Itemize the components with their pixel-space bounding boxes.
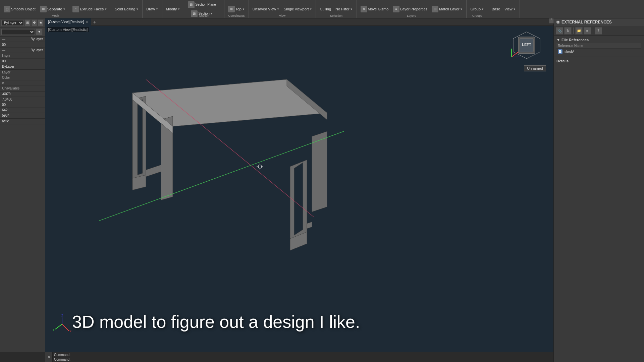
toolbar-group-coordinates: ⊕ Top ▼ Coordinates [224, 0, 249, 18]
external-refs-icon: ⧉ [556, 20, 559, 24]
rp-sep1 [573, 27, 574, 34]
smooth-icon: ◻ [4, 6, 10, 12]
draw-button[interactable]: Draw ▼ [145, 6, 160, 12]
toolbar-group-modify: Modify ▼ [162, 0, 184, 18]
file-refs-collapse-icon: ▼ [556, 38, 560, 42]
top-icon: ⊕ [228, 6, 235, 12]
tab-custom-view[interactable]: [Custom View][Realistic] ✕ [45, 18, 91, 26]
prop-section-bylayer1: — ByLayer [0, 37, 45, 42]
lp-icon-btn-2[interactable]: ✥ [32, 19, 37, 26]
solid-editing-button[interactable]: Solid Editing ▼ [113, 6, 140, 12]
prop-e-label: e [2, 81, 4, 85]
rp-refresh-button[interactable]: ↻ [564, 27, 572, 35]
prop-section-layer: Layer 00 ByLayer [0, 53, 45, 70]
prop-row-color: Color [0, 75, 45, 80]
lp-dropdown-btn[interactable]: ▼ [36, 28, 43, 35]
prop-material-val: astic [2, 119, 9, 123]
toolbar-group-solidediting: Solid Editing ▼ [111, 0, 143, 18]
svg-marker-8 [294, 163, 303, 235]
layer-select[interactable]: ByLayer [1, 20, 24, 26]
prop-section-props: Layer Color e Unavailable [0, 70, 45, 92]
unnamed-label: Unnamed [524, 65, 546, 71]
match-layer-button[interactable]: ⊞ Match Layer ▼ [430, 5, 464, 13]
section-plane-button[interactable]: ⊟ Section Plane [186, 0, 218, 9]
extrude-arrow: ▼ [104, 8, 107, 11]
single-viewport-button[interactable]: Single viewport ▼ [282, 6, 314, 12]
svg-point-16 [258, 165, 262, 168]
tab-bar: [Custom View][Realistic] ✕ + [45, 18, 553, 26]
layer-select-2[interactable] [1, 29, 35, 35]
draw-label: Draw [146, 7, 155, 11]
command-line-2: Command: [54, 357, 552, 362]
right-panel-title: EXTERNAL REFERENCES [561, 20, 612, 24]
unsaved-view-label: Unsaved View [253, 7, 276, 11]
rp-help-button[interactable]: ? [595, 27, 602, 35]
layers-label: Layers [407, 14, 416, 17]
tab-label: [Custom View][Realistic] [48, 20, 84, 24]
modify-button[interactable]: Modify ▼ [164, 6, 182, 12]
svg-text:X: X [69, 329, 71, 333]
lp-icon-btn-1[interactable]: ⊞ [25, 19, 31, 26]
toolbar-group-section: ⊟ Section Plane ⊠ Section ▼ Section [184, 0, 224, 18]
ref-name-header: Reference Name [558, 44, 583, 48]
toolbar-group-view: Unsaved View ▼ Single viewport ▼ View [249, 0, 316, 18]
prop-section-material: astic [0, 119, 45, 124]
svg-marker-12 [146, 165, 161, 177]
left-panel: ByLayer ⊞ ✥ ★ ▼ — ByLayer 00 — ByLayer L… [0, 18, 45, 352]
prop-unavail-label: Unavailable [2, 86, 19, 90]
coordinates-label: Coordinates [228, 14, 245, 17]
top-coord-button[interactable]: ⊕ Top ▼ [226, 5, 247, 13]
pn2: 7.0438 [2, 98, 12, 101]
viewport: [Custom View][Realistic] [45, 26, 553, 352]
unsaved-view-button[interactable]: Unsaved View ▼ [251, 6, 281, 12]
prop-row-n3: 00 [0, 102, 45, 108]
ref-item-desk[interactable]: 📄 desk* [556, 49, 641, 55]
pn1: -6079 [2, 92, 11, 96]
no-filter-button[interactable]: No Filter ▼ [334, 6, 354, 12]
layer-properties-button[interactable]: ≡ Layer Properties [391, 5, 429, 13]
tab-add-button[interactable]: + [91, 19, 98, 25]
culling-button[interactable]: Culling [318, 6, 333, 12]
sep1 [69, 4, 69, 14]
smooth-object-button[interactable]: ◻ Smooth Object [2, 5, 37, 13]
lp-icon-btn-3[interactable]: ★ [38, 19, 44, 26]
move-gizmo-button[interactable]: ✥ Move Gizmo [359, 5, 390, 13]
separate-icon: ⊞ [40, 6, 47, 12]
view2-button[interactable]: View ▼ [503, 6, 518, 12]
tab-close-icon[interactable]: ✕ [86, 20, 88, 24]
no-filter-label: No Filter [335, 7, 350, 11]
rp-folder-button[interactable]: 📁 [575, 27, 583, 35]
file-references-label: File References [561, 38, 589, 42]
selection-label: Selection [330, 14, 342, 17]
svg-marker-10 [312, 131, 327, 212]
layer-properties-label: Layer Properties [400, 7, 427, 11]
extrude-button[interactable]: ↑ Extrude Faces ▼ [71, 5, 109, 13]
big-text-overlay: 3D model to figure out a design I like. [72, 312, 360, 332]
ref-column-header: Reference Name [556, 43, 641, 49]
prop-bylayer1-label: — [2, 37, 5, 41]
pn4: 642 [2, 108, 8, 112]
file-references-section: ▼ File References Reference Name 📄 desk* [554, 36, 644, 57]
prop-row-material: astic [0, 119, 45, 124]
ref-name-desk: desk* [565, 50, 574, 54]
file-references-title: ▼ File References [556, 38, 641, 42]
viewport-label: [Custom View][Realistic] [47, 27, 89, 32]
prop-row-bylayer2: — ByLayer [0, 48, 45, 53]
rp-attach-button[interactable]: 📎 [556, 27, 563, 35]
modify-label: Modify [166, 7, 177, 11]
svg-marker-4 [138, 100, 143, 175]
command-line-1: Command: [54, 353, 552, 357]
command-close-button[interactable]: ✕ [45, 352, 53, 362]
prop-layer2-val: ByLayer [2, 65, 14, 68]
left-panel-toolbar: ByLayer ⊞ ✥ ★ [0, 18, 45, 27]
prop-row-00-1: 00 [0, 42, 45, 48]
prop-row-unavail: Unavailable [0, 86, 45, 91]
group-button[interactable]: Group ▼ [469, 6, 486, 12]
bylayer2-label: — [2, 48, 5, 52]
right-panel-header: ⧉ EXTERNAL REFERENCES [554, 18, 644, 26]
base-button[interactable]: Base [490, 6, 502, 12]
rp-details-button[interactable]: ≡ [584, 27, 591, 35]
separate-label: Separate [47, 7, 62, 11]
separate-button[interactable]: ⊞ Separate ▼ [38, 5, 67, 13]
prop-row-n1: -6079 [0, 92, 45, 97]
